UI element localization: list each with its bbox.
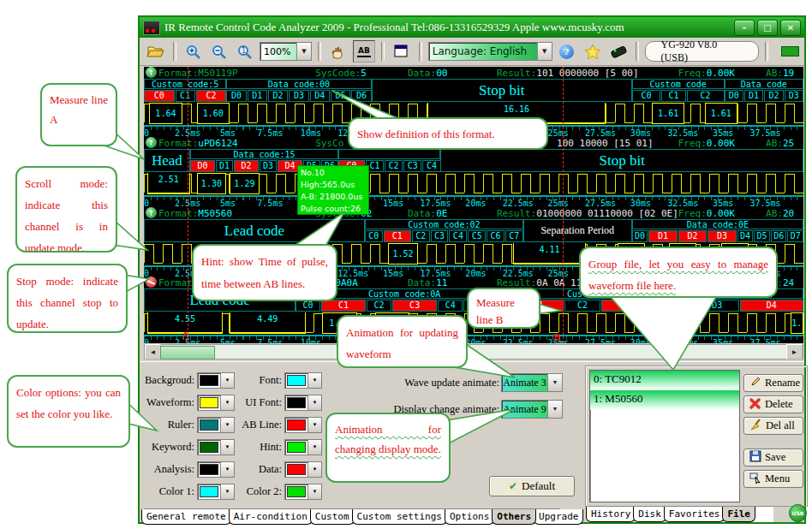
bit-cell[interactable]: D2 bbox=[234, 160, 259, 172]
bit-cell[interactable]: C4 bbox=[422, 160, 440, 172]
color-combo[interactable] bbox=[284, 461, 322, 478]
bit-cell[interactable]: D6 bbox=[351, 90, 371, 102]
bit-cell[interactable]: C5 bbox=[468, 230, 486, 242]
close-button[interactable]: ✕ bbox=[780, 20, 801, 36]
bit-cell[interactable]: C2 bbox=[564, 300, 600, 312]
bit-cell[interactable]: C1 bbox=[661, 90, 685, 102]
scroll-right-arrow-icon[interactable] bbox=[786, 344, 803, 360]
bit-cell[interactable]: D2 bbox=[764, 90, 783, 102]
chevron-down-icon[interactable] bbox=[547, 401, 562, 418]
color-combo[interactable] bbox=[197, 395, 235, 411]
chevron-down-icon[interactable] bbox=[296, 43, 311, 60]
bit-cell[interactable]: D3 bbox=[696, 300, 738, 312]
bit-cell[interactable]: C0 bbox=[632, 90, 661, 102]
bit-cell[interactable]: D2 bbox=[268, 90, 288, 102]
minimize-button[interactable]: – bbox=[734, 20, 755, 36]
bit-cell[interactable]: D3 bbox=[289, 90, 308, 102]
delete-button[interactable]: Delete bbox=[743, 395, 803, 413]
bit-cell[interactable]: D7 bbox=[787, 230, 803, 242]
bit-cell[interactable]: D2 bbox=[678, 230, 707, 242]
animate-combo[interactable]: Animate 3 bbox=[501, 373, 563, 392]
tab-options[interactable]: Options bbox=[445, 509, 494, 525]
tab-history[interactable]: History bbox=[586, 507, 636, 522]
zoom-out-button[interactable] bbox=[208, 40, 230, 62]
list-item[interactable]: 1: M50560 bbox=[590, 390, 739, 410]
bit-cell[interactable]: C1 bbox=[176, 90, 195, 102]
bit-cell[interactable]: D0 bbox=[632, 230, 648, 242]
remote-button[interactable] bbox=[607, 40, 630, 62]
scroll-mode-icon[interactable] bbox=[146, 67, 157, 78]
bit-cell[interactable]: D3 bbox=[785, 90, 803, 102]
chevron-down-icon[interactable] bbox=[307, 484, 321, 499]
chevron-down-icon[interactable] bbox=[307, 440, 321, 455]
tab-favorites[interactable]: Favorites bbox=[664, 507, 725, 522]
color-combo[interactable] bbox=[284, 484, 322, 500]
bit-cell[interactable]: C0 bbox=[296, 300, 320, 312]
chevron-down-icon[interactable] bbox=[547, 374, 562, 391]
bit-cell[interactable]: C4 bbox=[449, 230, 467, 242]
bit-cell[interactable]: C2 bbox=[687, 90, 725, 102]
bit-cell[interactable]: C1 bbox=[384, 230, 411, 242]
title-bar[interactable]: IR Remote Control Code Analyzer 2009 - P… bbox=[140, 17, 804, 38]
scrollbar-thumb[interactable] bbox=[160, 346, 215, 360]
tab-others[interactable]: Others bbox=[492, 509, 536, 525]
chevron-down-icon[interactable] bbox=[307, 418, 321, 432]
color-combo[interactable] bbox=[197, 417, 235, 433]
file-list[interactable]: 0: TC90121: M50560 bbox=[589, 370, 740, 502]
bit-cell[interactable]: C3 bbox=[601, 300, 652, 312]
bit-cell[interactable]: D4 bbox=[310, 90, 330, 102]
tab-custom[interactable]: Custom bbox=[310, 509, 355, 525]
animate-combo[interactable]: Animate 9 bbox=[501, 400, 563, 419]
ab-measure-button[interactable]: AB bbox=[353, 40, 375, 62]
bit-cell[interactable]: D0 bbox=[725, 90, 743, 102]
bit-cell[interactable]: D0 bbox=[190, 160, 215, 172]
rename-button[interactable]: Rename bbox=[743, 374, 803, 392]
scroll-left-arrow-icon[interactable] bbox=[145, 344, 161, 360]
device-button[interactable]: YG-920 V8.0 (USB) bbox=[645, 41, 759, 62]
bit-cell[interactable]: D1 bbox=[648, 230, 677, 242]
chevron-down-icon[interactable] bbox=[307, 395, 321, 410]
bit-cell[interactable]: C3 bbox=[403, 160, 421, 172]
bit-cell[interactable]: D4 bbox=[737, 230, 754, 242]
zoom-in-button[interactable] bbox=[182, 40, 205, 62]
chevron-down-icon[interactable] bbox=[307, 373, 321, 388]
bit-cell[interactable]: C2 bbox=[367, 300, 391, 312]
favorites-button[interactable] bbox=[582, 40, 604, 62]
menu-button[interactable]: Menu bbox=[743, 470, 803, 488]
bit-cell[interactable]: C3 bbox=[431, 230, 449, 242]
bit-cell[interactable]: D6 bbox=[771, 230, 787, 242]
zoom-level-combo[interactable]: 100% bbox=[260, 42, 312, 61]
bit-cell[interactable]: D5 bbox=[754, 230, 770, 242]
bit-cell[interactable]: D3 bbox=[708, 230, 736, 242]
color-combo[interactable] bbox=[284, 417, 322, 433]
color-combo[interactable] bbox=[197, 439, 235, 455]
bit-cell[interactable]: D1 bbox=[216, 160, 233, 172]
color-combo[interactable] bbox=[197, 372, 235, 389]
bit-cell[interactable]: C6 bbox=[487, 230, 505, 242]
measure-line-b[interactable] bbox=[563, 67, 564, 343]
chevron-down-icon[interactable] bbox=[537, 43, 552, 60]
list-item[interactable]: 0: TC9012 bbox=[590, 371, 739, 390]
bit-cell[interactable]: C7 bbox=[505, 230, 523, 242]
bit-cell[interactable]: D3 bbox=[260, 160, 277, 172]
chevron-down-icon[interactable] bbox=[307, 462, 321, 477]
color-combo[interactable] bbox=[284, 372, 322, 389]
waveform-row[interactable]: 2.511.301.291.27 bbox=[144, 172, 803, 195]
bit-cell[interactable]: D2 bbox=[652, 300, 695, 312]
measure-line-a[interactable] bbox=[188, 67, 188, 343]
pan-tool-button[interactable] bbox=[327, 40, 349, 62]
color-combo[interactable] bbox=[197, 484, 235, 500]
scroll-mode-icon[interactable] bbox=[146, 207, 157, 218]
color-combo[interactable] bbox=[197, 461, 235, 478]
zoom-100-button[interactable]: 1 bbox=[234, 40, 256, 62]
scroll-mode-icon[interactable] bbox=[146, 137, 157, 148]
tab-disk[interactable]: Disk bbox=[633, 507, 666, 522]
bit-cell[interactable]: D1 bbox=[744, 90, 763, 102]
bit-cell[interactable]: D5 bbox=[331, 90, 350, 102]
help-button[interactable] bbox=[556, 40, 578, 62]
tab-custom-settings[interactable]: Custom settings bbox=[352, 509, 447, 525]
bit-cell[interactable]: C0 bbox=[144, 90, 175, 102]
bit-cell[interactable]: C1 bbox=[321, 300, 367, 312]
tab-file[interactable]: File bbox=[722, 507, 755, 522]
horizontal-scrollbar[interactable] bbox=[144, 344, 803, 360]
